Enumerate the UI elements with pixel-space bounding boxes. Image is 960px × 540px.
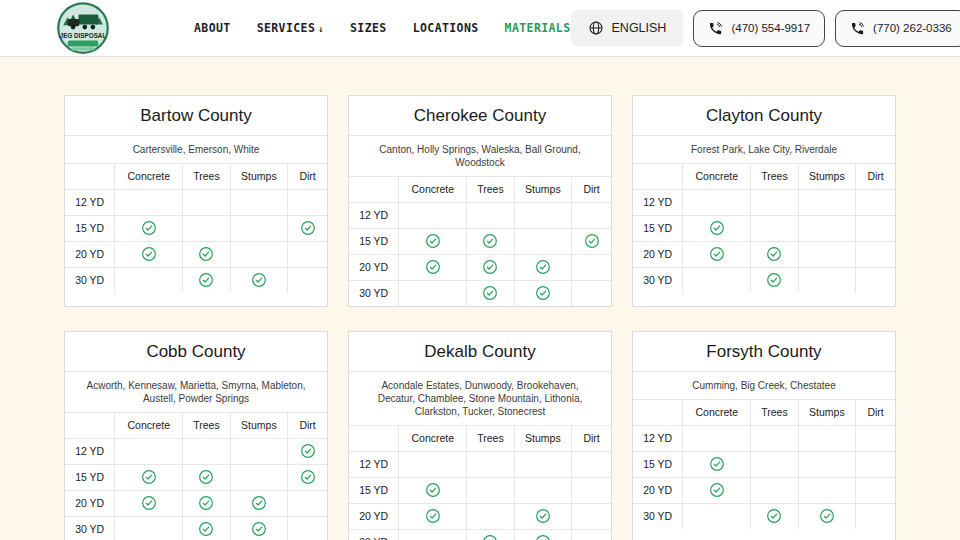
availability-cell bbox=[467, 228, 514, 254]
availability-cell bbox=[683, 503, 751, 529]
table-row: 12 YD bbox=[349, 451, 611, 477]
availability-cell bbox=[683, 425, 751, 451]
check-circle-icon bbox=[709, 220, 725, 236]
availability-cell bbox=[230, 516, 288, 540]
check-circle-icon bbox=[535, 534, 551, 540]
availability-table: ConcreteTreesStumpsDirt12 YD15 YD20 YD30… bbox=[633, 400, 895, 529]
availability-cell bbox=[514, 451, 572, 477]
row-label: 20 YD bbox=[65, 490, 115, 516]
nav-item-materials[interactable]: MATERIALS bbox=[505, 21, 571, 35]
availability-cell bbox=[751, 189, 798, 215]
county-card: Cherokee CountyCanton, Holly Springs, Wa… bbox=[348, 95, 612, 307]
availability-cell bbox=[230, 267, 288, 293]
table-row: 20 YD bbox=[633, 477, 895, 503]
column-header: Trees bbox=[751, 164, 798, 189]
availability-cell bbox=[572, 529, 611, 540]
availability-cell bbox=[798, 189, 856, 215]
globe-icon bbox=[588, 20, 604, 36]
logo[interactable]: JEG DISPOSAL bbox=[56, 1, 110, 55]
language-label: ENGLISH bbox=[612, 21, 667, 35]
county-title: Cobb County bbox=[65, 332, 327, 372]
availability-cell bbox=[288, 215, 327, 241]
check-circle-icon bbox=[482, 534, 498, 540]
column-header: Concrete bbox=[115, 413, 183, 438]
check-circle-icon bbox=[535, 508, 551, 524]
availability-cell bbox=[467, 202, 514, 228]
availability-cell bbox=[856, 503, 895, 529]
availability-cell bbox=[572, 228, 611, 254]
county-card: Dekalb CountyAcondale Estates, Dunwoody,… bbox=[348, 331, 612, 540]
availability-cell bbox=[856, 451, 895, 477]
table-row: 15 YD bbox=[349, 228, 611, 254]
availability-cell bbox=[399, 477, 467, 503]
availability-cell bbox=[514, 228, 572, 254]
corner-cell bbox=[65, 413, 115, 438]
table-row: 12 YD bbox=[65, 438, 327, 464]
table-row: 12 YD bbox=[633, 189, 895, 215]
availability-cell bbox=[399, 228, 467, 254]
row-label: 30 YD bbox=[633, 267, 683, 293]
column-header: Stumps bbox=[798, 400, 856, 425]
check-circle-icon bbox=[425, 233, 441, 249]
nav-item-sizes[interactable]: SIZES bbox=[350, 21, 387, 35]
check-circle-icon bbox=[709, 482, 725, 498]
availability-cell bbox=[514, 477, 572, 503]
row-label: 12 YD bbox=[633, 425, 683, 451]
nav-item-services[interactable]: SERVICES↓ bbox=[257, 21, 324, 35]
availability-cell bbox=[798, 267, 856, 293]
column-header: Dirt bbox=[572, 177, 611, 202]
language-button[interactable]: ENGLISH bbox=[571, 10, 684, 46]
row-label: 15 YD bbox=[65, 464, 115, 490]
column-header: Concrete bbox=[399, 177, 467, 202]
availability-cell bbox=[467, 529, 514, 540]
nav-item-about[interactable]: ABOUT bbox=[194, 21, 231, 35]
nav-item-locations[interactable]: LOCATIONS bbox=[413, 21, 479, 35]
column-header: Concrete bbox=[683, 400, 751, 425]
availability-cell bbox=[856, 215, 895, 241]
row-label: 15 YD bbox=[349, 477, 399, 503]
main-nav: ABOUT SERVICES↓ SIZES LOCATIONS MATERIAL… bbox=[194, 21, 571, 35]
check-circle-icon bbox=[584, 233, 600, 249]
check-circle-icon bbox=[300, 469, 316, 485]
availability-cell bbox=[115, 241, 183, 267]
availability-cell bbox=[183, 490, 230, 516]
county-title: Bartow County bbox=[65, 96, 327, 136]
phone-button-1[interactable]: (470) 554-9917 bbox=[693, 10, 825, 47]
column-header: Stumps bbox=[798, 164, 856, 189]
county-title: Clayton County bbox=[633, 96, 895, 136]
check-circle-icon bbox=[251, 272, 267, 288]
check-circle-icon bbox=[141, 220, 157, 236]
availability-cell bbox=[683, 241, 751, 267]
check-circle-icon bbox=[300, 443, 316, 459]
column-header: Stumps bbox=[230, 164, 288, 189]
availability-cell bbox=[572, 254, 611, 280]
column-header: Concrete bbox=[683, 164, 751, 189]
availability-cell bbox=[798, 503, 856, 529]
table-row: 30 YD bbox=[65, 267, 327, 293]
row-label: 30 YD bbox=[349, 280, 399, 306]
column-header: Trees bbox=[467, 177, 514, 202]
check-circle-icon bbox=[535, 285, 551, 301]
check-circle-icon bbox=[141, 469, 157, 485]
availability-cell bbox=[115, 464, 183, 490]
availability-cell bbox=[751, 241, 798, 267]
row-label: 30 YD bbox=[65, 516, 115, 540]
availability-cell bbox=[399, 529, 467, 540]
check-circle-icon bbox=[198, 272, 214, 288]
availability-cell bbox=[514, 280, 572, 306]
table-row: 30 YD bbox=[633, 267, 895, 293]
availability-cell bbox=[856, 425, 895, 451]
table-row: 30 YD bbox=[633, 503, 895, 529]
phone-button-2[interactable]: (770) 262-0336 bbox=[835, 10, 960, 47]
row-label: 12 YD bbox=[633, 189, 683, 215]
column-header: Stumps bbox=[514, 426, 572, 451]
availability-table: ConcreteTreesStumpsDirt12 YD15 YD20 YD30… bbox=[65, 164, 327, 293]
availability-cell bbox=[288, 438, 327, 464]
column-header: Dirt bbox=[856, 164, 895, 189]
availability-cell bbox=[183, 215, 230, 241]
row-label: 20 YD bbox=[349, 503, 399, 529]
table-row: 20 YD bbox=[65, 241, 327, 267]
availability-cell bbox=[183, 241, 230, 267]
check-circle-icon bbox=[141, 495, 157, 511]
row-label: 15 YD bbox=[65, 215, 115, 241]
